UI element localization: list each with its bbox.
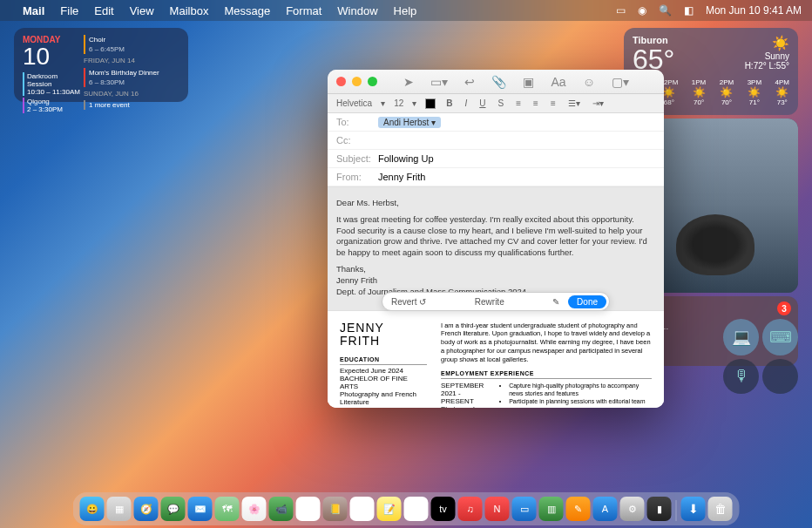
scan-icon[interactable]: ▣ [523,75,534,89]
dock-mail[interactable]: ✉️ [188,497,213,521]
send-icon[interactable]: ➤ [403,75,414,89]
calendar-date-label: FRIDAY, JUN 14 [84,56,179,65]
emoji-icon[interactable]: ☺ [583,75,595,89]
indent-icon[interactable]: ⇥▾ [591,98,606,108]
control-widget: 💻 ⌨ 🎙 [723,319,798,394]
menu-view[interactable]: View [130,4,154,17]
done-button[interactable]: Done [568,295,606,308]
dock-tv[interactable]: tv [431,497,456,521]
bullet: Edit and retouch photographs [509,406,652,408]
wifi-icon[interactable]: ◉ [638,4,646,17]
calendar-widget[interactable]: MONDAY 10 Darkroom Session10:30 – 11:30A… [14,28,188,102]
color-picker[interactable] [425,98,436,109]
edu-line: Savannah, Georgia [340,406,427,408]
menu-message[interactable]: Message [224,4,270,17]
dock-safari[interactable]: 🧭 [134,497,159,521]
minimize-button[interactable] [352,77,362,86]
to-recipient[interactable]: Andi Herbst ▾ [378,117,441,128]
strike-button[interactable]: S [497,98,506,108]
menu-mailbox[interactable]: Mailbox [170,4,209,17]
dock-keynote[interactable]: ▭ [512,497,537,521]
revert-icon: ↺ [419,297,426,307]
weather-hour: 1PM☀️70° [692,78,706,106]
laptop-control-icon[interactable]: 💻 [723,319,759,355]
attach-icon[interactable]: 📎 [491,75,506,89]
dock-finder[interactable]: 😀 [80,497,105,521]
education-heading: EDUCATION [340,356,427,365]
list-icon[interactable]: ☰▾ [566,98,582,108]
dock-launchpad[interactable]: ▦ [107,497,132,521]
weather-hour: 2PM☀️70° [720,78,734,106]
menu-help[interactable]: Help [394,4,417,17]
compose-icon[interactable]: ✎ [544,297,568,307]
edu-line: Photography and French Literature [340,390,427,406]
menu-file[interactable]: File [60,4,78,17]
calendar-event: Mom's Birthday Dinner6 – 8:30PM [84,68,179,87]
attachment-preview[interactable]: JENNY FRITH EDUCATION Expected June 2024… [328,310,664,409]
clock[interactable]: Mon Jun 10 9:41 AM [706,4,802,17]
attachment-name: JENNY FRITH [340,322,427,349]
dock-reminders[interactable]: ☰ [350,497,375,521]
fontsize-select[interactable]: 12 [394,98,403,108]
zoom-button[interactable] [368,77,377,86]
photo-browser-icon[interactable]: ▢▾ [612,75,629,89]
revert-button[interactable]: Revert ↺ [382,297,435,307]
dock-news[interactable]: N [485,497,510,521]
dock-maps[interactable]: 🗺 [215,497,240,521]
window-titlebar[interactable]: ➤ ▭▾ ↩ 📎 ▣ Aa ☺ ▢▾ [328,70,664,94]
weather-hilo: H:72° L:55° [745,61,789,71]
bold-button[interactable]: B [444,98,454,108]
weather-hour: 3PM☀️71° [748,78,761,106]
sun-icon: ☀️ [745,35,789,51]
control-center-icon[interactable]: ◧ [684,4,694,17]
bullet: Capture high-quality photographs to acco… [509,382,652,397]
dock-appstore[interactable]: A [593,497,618,521]
mail-compose-window: ➤ ▭▾ ↩ 📎 ▣ Aa ☺ ▢▾ Helvetica▾ 12▾ B I U … [328,70,664,408]
close-button[interactable] [336,77,346,86]
underline-button[interactable]: U [477,98,487,108]
dock-calendar[interactable]: 10 [296,497,321,521]
dock-messages[interactable]: 💬 [161,497,186,521]
to-label: To: [336,117,378,127]
dock-photos[interactable]: 🌸 [242,497,267,521]
calendar-event: Qigong2 – 3:30PM [23,98,84,113]
dock-downloads[interactable]: ⬇ [681,497,706,521]
dock-music[interactable]: ♫ [458,497,483,521]
menu-window[interactable]: Window [337,4,377,17]
menu-edit[interactable]: Edit [94,4,113,17]
reply-icon[interactable]: ↩ [464,75,475,89]
rewrite-label[interactable]: Rewrite [435,297,544,307]
dock-settings[interactable]: ⚙ [620,497,645,521]
from-field[interactable]: Jenny Frith [378,172,655,182]
italic-button[interactable]: I [464,98,470,108]
menu-format[interactable]: Format [286,4,321,17]
attachment-bio: I am a third-year student undergraduate … [441,322,652,364]
header-fields-icon[interactable]: ▭▾ [430,75,448,89]
dock-notes[interactable]: 📝 [377,497,402,521]
dock-separator [676,500,677,521]
weather-condition: Sunny [745,51,789,61]
battery-icon[interactable]: ▭ [616,4,626,17]
dock-contacts[interactable]: 📒 [323,497,348,521]
dock-numbers[interactable]: ▥ [539,497,564,521]
align-right-icon[interactable]: ≡ [549,98,558,108]
app-name[interactable]: Mail [23,4,44,17]
mic-control-icon[interactable]: 🎙 [723,359,759,395]
dock-iphone[interactable]: ▮ [647,497,672,521]
weather-hour: 4PM☀️73° [775,78,789,106]
dock-facetime[interactable]: 📹 [269,497,294,521]
align-center-icon[interactable]: ≡ [531,98,540,108]
blank-control-icon[interactable] [762,359,798,395]
keyboard-control-icon[interactable]: ⌨ [762,319,798,355]
format-icon[interactable]: Aa [551,75,566,89]
dock-freeform[interactable]: 〰 [404,497,429,521]
exp-line: Photographer [441,405,491,408]
dock-pages[interactable]: ✎ [566,497,591,521]
dock-trash[interactable]: 🗑 [708,497,733,521]
menubar: Mail File Edit View Mailbox Message Form… [0,0,812,21]
format-bar: Helvetica▾ 12▾ B I U S ≡ ≡ ≡ ☰▾ ⇥▾ [328,94,664,113]
font-select[interactable]: Helvetica [336,98,372,108]
align-left-icon[interactable]: ≡ [514,98,523,108]
spotlight-icon[interactable]: 🔍 [659,4,672,17]
subject-field[interactable]: Following Up [378,153,655,164]
